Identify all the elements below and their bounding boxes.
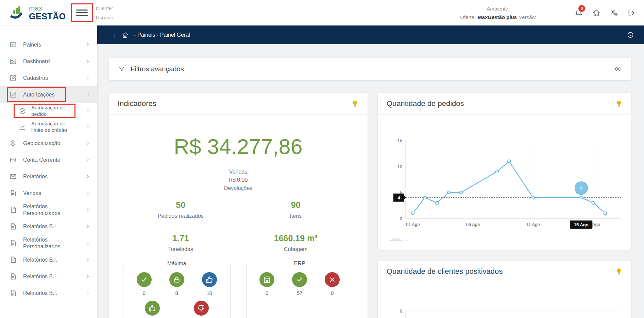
chevron-right-icon xyxy=(85,108,90,113)
file-icon xyxy=(10,273,17,280)
chevron-right-icon xyxy=(85,224,90,229)
metric-count: 0 xyxy=(331,290,334,296)
info-icon xyxy=(627,32,634,38)
indicators-card: Indicadores R$ 34.277,86 Vendas R$ 0,00 … xyxy=(109,93,368,318)
svg-text:06 Ago: 06 Ago xyxy=(466,222,480,227)
sidebar-item-relatorios-b-i[interactable]: Relatórios B.I. xyxy=(0,251,97,268)
svg-text:11 Ago: 11 Ago xyxy=(526,222,540,227)
eye-icon xyxy=(614,65,622,73)
breadcrumb-bar: | - Paineis - Painel Geral xyxy=(97,25,644,44)
stat-label: Toneladas xyxy=(123,246,238,252)
metric-count: 57 xyxy=(297,290,303,296)
stat-itens: 90Itens xyxy=(238,200,354,219)
offer-label: Oferta: xyxy=(460,14,476,20)
svg-text:0: 0 xyxy=(400,216,402,221)
metric-count: 8 xyxy=(175,290,178,296)
logo-text-gestao: GESTÃO xyxy=(29,12,66,21)
thumb-up-icon xyxy=(205,276,214,284)
group-legend: Máxima xyxy=(163,261,190,267)
sidebar-item-autorizacao-de-pedido[interactable]: Autorização de pedido xyxy=(0,103,97,119)
sidebar-item-cadastros[interactable]: Cadastros xyxy=(0,70,97,86)
content-area: | - Paineis - Painel Geral Filtros avanç… xyxy=(97,25,644,318)
menu-toggle-button[interactable] xyxy=(76,8,88,18)
sidebar-item-autorizacoes[interactable]: Autorizações xyxy=(0,86,97,103)
metric-thumb-up: 12 xyxy=(145,301,160,318)
sidebar-item-label: Relatórios B.I. xyxy=(23,273,77,280)
svg-text:10: 10 xyxy=(397,164,402,169)
filters-title: Filtros avançados xyxy=(131,65,184,73)
clients-line-chart[interactable]: 6 xyxy=(385,287,625,318)
map-pin-icon xyxy=(10,140,17,147)
table-icon xyxy=(10,41,17,48)
logout-button[interactable] xyxy=(628,9,636,17)
advanced-filters-panel[interactable]: Filtros avançados xyxy=(109,58,631,80)
sidebar-item-label: Relatórios xyxy=(23,173,77,180)
home-icon xyxy=(122,32,129,38)
orders-line-chart[interactable]: 05101501 Ago06 Ago11 Ago16 Ago415 Ago4 xyxy=(385,119,625,246)
notification-badge: 0 xyxy=(578,4,586,13)
lock-icon xyxy=(173,276,181,284)
info-button[interactable] xyxy=(627,32,634,38)
sidebar-item-label: Cadastros xyxy=(23,75,77,82)
svg-text:4: 4 xyxy=(397,195,400,200)
clients-chart-card: Quantidade de clientes positivados 6 xyxy=(378,261,631,318)
svg-text:6: 6 xyxy=(400,308,402,314)
body: PaineisDashboardCadastrosAutorizaçõesAut… xyxy=(0,25,644,318)
metric-store: 0 xyxy=(259,272,274,296)
sidebar-item-relatorios-personalizados[interactable]: Relatórios Personalizados xyxy=(0,201,97,218)
thumb-down-icon xyxy=(197,304,205,312)
sidebar-item-paineis[interactable]: Paineis xyxy=(0,36,97,53)
file-icon xyxy=(10,206,17,213)
sidebar-item-relatorios-personalizados[interactable]: Relatórios Personalizados xyxy=(0,235,97,251)
settings-button[interactable] xyxy=(610,9,618,17)
sidebar-item-relatorios-b-i[interactable]: Relatórios B.I. xyxy=(0,285,97,301)
file-icon xyxy=(10,256,17,263)
home-button[interactable] xyxy=(592,9,600,17)
logo-text-max: max xyxy=(29,4,66,12)
group-erp: ERP0570 xyxy=(246,261,354,318)
sidebar-item-conta-corrente[interactable]: Conta Corrente xyxy=(0,152,97,168)
notifications-button[interactable]: 0 xyxy=(575,9,583,17)
sidebar-item-label: Relatórios B.I. xyxy=(23,257,77,263)
hint-bulb-button[interactable] xyxy=(615,268,623,275)
chevron-right-icon xyxy=(85,274,90,279)
indicator-stats: 50Pedidos realizados90Itens1.71Toneladas… xyxy=(123,200,353,252)
sidebar-item-label: Relatórios Personalizados xyxy=(23,203,77,217)
chevron-right-icon xyxy=(85,141,90,146)
chevron-right-icon xyxy=(85,42,90,47)
breadcrumb-home[interactable] xyxy=(122,32,129,38)
check-square-icon xyxy=(10,91,17,98)
image-icon xyxy=(10,58,17,65)
chevron-right-icon xyxy=(85,207,90,212)
header-actions: 0 xyxy=(575,9,636,17)
stat-label: Pedidos realizados xyxy=(123,213,238,219)
sidebar-item-relatorios-b-i[interactable]: Relatórios B.I. xyxy=(0,218,97,235)
sidebar-item-label: Relatórios B.I. xyxy=(23,223,77,230)
indicators-title: Indicadores xyxy=(118,99,156,108)
sidebar-item-relatorios[interactable]: Relatórios xyxy=(0,168,97,185)
hint-bulb-button[interactable] xyxy=(351,100,359,107)
hint-bulb-button[interactable] xyxy=(615,100,623,107)
sidebar-item-dashboard[interactable]: Dashboard xyxy=(0,53,97,70)
logout-icon xyxy=(628,9,636,17)
sidebar-item-relatorios-b-i[interactable]: Relatórios B.I. xyxy=(0,268,97,285)
check-icon xyxy=(295,276,304,284)
wallet-icon xyxy=(10,156,17,163)
home-icon xyxy=(592,9,600,17)
app-logo[interactable]: max GESTÃO xyxy=(10,4,66,21)
stat-label: Cubagem xyxy=(238,246,354,252)
sidebar-item-geolocalizacao[interactable]: Geolocalização xyxy=(0,135,97,152)
returns-value: R$ 0,00 xyxy=(123,177,353,183)
sidebar-item-label: Paineis xyxy=(23,41,77,48)
environment-label: Ambiente: xyxy=(487,6,510,12)
breadcrumb-path: - Paineis - Painel Geral xyxy=(134,32,190,38)
chevron-right-icon xyxy=(85,290,90,296)
sidebar-item-autorizacao-de-limite-de-credito[interactable]: Autorização de limite de crédito xyxy=(0,119,97,135)
sidebar-item-label: Autorização de pedido xyxy=(31,105,71,118)
metric-count: 0 xyxy=(143,290,146,296)
orders-chart-card: Quantidade de pedidos 05101501 Ago06 Ago… xyxy=(378,93,631,250)
svg-text:15: 15 xyxy=(397,138,402,143)
thumb-up-icon xyxy=(148,304,156,312)
visibility-toggle[interactable] xyxy=(614,65,622,73)
sidebar-item-vendas[interactable]: Vendas xyxy=(0,185,97,201)
